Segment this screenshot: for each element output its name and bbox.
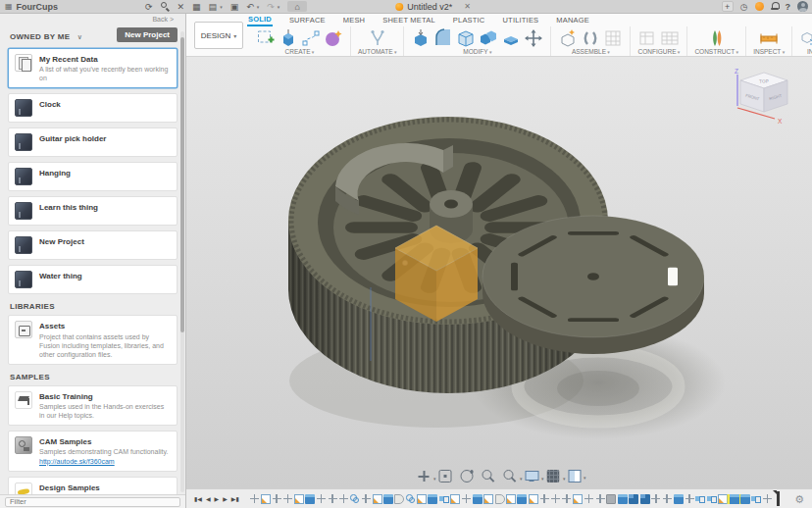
automate-group-label[interactable]: AUTOMATE: [358, 48, 396, 55]
timeline-feature-icon[interactable]: [751, 494, 761, 504]
new-project-button[interactable]: New Project: [117, 27, 178, 42]
skip-to-start-icon[interactable]: ▮◀: [194, 495, 202, 503]
notifications-bell-icon[interactable]: [771, 2, 779, 11]
toolbar-tab[interactable]: UTILITIES: [502, 15, 540, 25]
new-component-icon[interactable]: [558, 28, 578, 48]
job-status-icon[interactable]: ◷: [740, 2, 748, 12]
configuration-table-icon[interactable]: [660, 28, 680, 48]
back-link[interactable]: Back >: [12, 16, 174, 23]
timeline-feature-icon[interactable]: [707, 494, 717, 504]
close-icon[interactable]: ✕: [178, 2, 185, 12]
configure-group-label[interactable]: CONFIGURE: [637, 48, 680, 55]
redo-icon[interactable]: ↷: [267, 2, 275, 12]
timeline-feature-icon[interactable]: [595, 494, 605, 504]
sync-icon[interactable]: ⟳: [145, 2, 153, 12]
timeline-feature-icon[interactable]: [674, 494, 684, 504]
sample-card[interactable]: Basic Training Samples used in the Hands…: [8, 385, 178, 426]
timeline-feature-icon[interactable]: [261, 494, 271, 504]
insert-group-label[interactable]: INSERT: [807, 48, 812, 55]
slotted-disc-body[interactable]: [482, 216, 704, 354]
toolbar-tab[interactable]: SHEET METAL: [381, 15, 436, 25]
timeline-feature-icon[interactable]: [573, 494, 583, 504]
help-icon[interactable]: ?: [786, 2, 791, 12]
configuration-icon[interactable]: [637, 28, 657, 48]
timeline-feature-icon[interactable]: [763, 494, 773, 504]
spline-icon[interactable]: [301, 28, 321, 48]
model-canvas[interactable]: [186, 57, 812, 488]
owned-by-me-header[interactable]: OWNED BY ME: [10, 32, 70, 41]
grid-snaps-icon[interactable]: [547, 470, 560, 483]
toolbar-tab[interactable]: MESH: [342, 15, 366, 25]
toolbar-tab[interactable]: SURFACE: [288, 15, 327, 25]
timeline-feature-icon[interactable]: [584, 494, 594, 504]
project-card[interactable]: Water thing: [8, 265, 178, 294]
timeline-feature-icon[interactable]: [462, 494, 472, 504]
timeline-feature-icon[interactable]: [338, 494, 348, 504]
new-document-tab-button[interactable]: +: [722, 1, 734, 12]
search-icon[interactable]: [161, 2, 170, 11]
inspect-group-label[interactable]: INSPECT: [753, 48, 785, 55]
project-card[interactable]: My Recent Data A list of what you've rec…: [8, 48, 178, 88]
sample-card[interactable]: CAM Samples Samples demonstrating CAM fu…: [8, 431, 178, 472]
project-card[interactable]: Hanging: [8, 162, 178, 191]
timeline-feature-icon[interactable]: [618, 494, 628, 504]
timeline-playhead[interactable]: [777, 491, 780, 506]
chevron-down-icon[interactable]: ∨: [77, 33, 82, 40]
timeline-feature-icon[interactable]: [439, 494, 449, 504]
sample-link[interactable]: http://autode.sk/f360cam: [39, 457, 171, 466]
construct-group-label[interactable]: CONSTRUCT: [694, 48, 738, 55]
timeline-feature-icon[interactable]: [695, 494, 705, 504]
step-back-icon[interactable]: ◀: [206, 495, 211, 503]
filter-input[interactable]: [5, 497, 180, 507]
create-form-icon[interactable]: [324, 28, 343, 48]
measure-icon[interactable]: [759, 28, 779, 48]
timeline-feature-icon[interactable]: [606, 494, 616, 504]
extrude-icon[interactable]: [279, 28, 298, 48]
timeline-feature-icon[interactable]: [562, 494, 572, 504]
project-card[interactable]: Guitar pick holder: [8, 127, 178, 157]
rigid-group-icon[interactable]: [603, 28, 623, 48]
zoom-icon[interactable]: [482, 470, 495, 483]
extensions-icon[interactable]: [755, 2, 764, 11]
viewport-3d[interactable]: Z X TOP FRONT RIGHT: [186, 57, 812, 488]
zoom-window-icon[interactable]: [504, 470, 517, 483]
skip-to-end-icon[interactable]: ▶▮: [231, 495, 239, 503]
timeline-feature-icon[interactable]: [361, 494, 371, 504]
combine-icon[interactable]: [479, 28, 498, 48]
timeline-feature-icon[interactable]: [662, 494, 672, 504]
timeline-feature-icon[interactable]: [305, 494, 315, 504]
timeline-feature-icon[interactable]: [483, 494, 493, 504]
timeline-feature-icon[interactable]: [551, 494, 561, 504]
timeline-feature-icon[interactable]: [394, 494, 404, 504]
profile-avatar[interactable]: [797, 1, 808, 12]
timeline-feature-icon[interactable]: [529, 494, 538, 504]
display-settings-icon[interactable]: [526, 470, 538, 483]
timeline-feature-icon[interactable]: [417, 494, 427, 504]
toolbar-tab[interactable]: MANAGE: [555, 15, 590, 25]
timeline-feature-icon[interactable]: [685, 494, 694, 504]
toolbar-tab[interactable]: PLASTIC: [452, 15, 486, 25]
file-caret-icon[interactable]: ▾: [220, 4, 223, 10]
create-group-label[interactable]: CREATE: [285, 48, 315, 55]
undo-icon[interactable]: ↶: [246, 2, 254, 12]
timeline-feature-icon[interactable]: [539, 494, 549, 504]
timeline-feature-icon[interactable]: [730, 494, 739, 504]
workspace-selector[interactable]: DESIGN: [194, 22, 243, 49]
timeline-feature-icon[interactable]: [517, 494, 527, 504]
timeline-feature-icon[interactable]: [740, 494, 750, 504]
shell-icon[interactable]: [456, 28, 476, 48]
joint-icon[interactable]: [581, 28, 600, 48]
save-icon[interactable]: ▣: [230, 2, 239, 12]
move-copy-icon[interactable]: [524, 28, 543, 48]
timeline-feature-icon[interactable]: [283, 494, 293, 504]
redo-caret-icon[interactable]: ▾: [278, 4, 280, 10]
assemble-group-label[interactable]: ASSEMBLE: [572, 48, 610, 55]
orbit-icon[interactable]: [461, 470, 474, 483]
file-icon[interactable]: ▤: [209, 2, 218, 12]
modify-group-label[interactable]: MODIFY: [463, 48, 491, 55]
timeline-feature-icon[interactable]: [373, 494, 382, 504]
automate-icon[interactable]: [368, 28, 387, 48]
timeline-feature-icon[interactable]: [428, 494, 437, 504]
timeline-feature-icon[interactable]: [328, 494, 337, 504]
timeline-feature-icon[interactable]: [473, 494, 482, 504]
